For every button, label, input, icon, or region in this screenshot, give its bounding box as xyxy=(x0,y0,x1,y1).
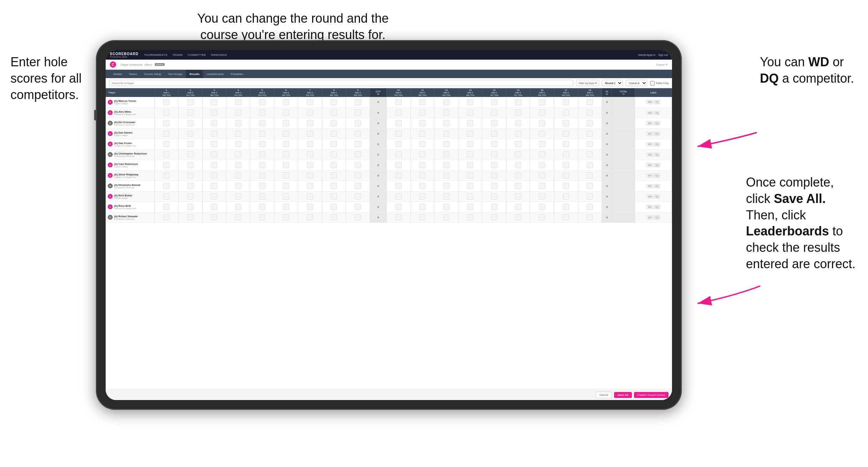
score-input-h11[interactable] xyxy=(419,130,425,137)
score-input-h2[interactable] xyxy=(187,99,194,105)
score-input-h9[interactable] xyxy=(355,193,361,199)
tab-tee-groups[interactable]: Tee Groups xyxy=(165,70,186,78)
score-input-h15[interactable] xyxy=(515,99,521,105)
score-input-h7[interactable] xyxy=(307,183,313,189)
score-input-h5[interactable] xyxy=(259,204,265,210)
score-input-h10[interactable] xyxy=(395,151,402,158)
score-input-h16[interactable] xyxy=(539,99,545,105)
score-input-h4[interactable] xyxy=(235,110,241,116)
score-input-h6[interactable] xyxy=(283,204,289,210)
score-input-h6[interactable] xyxy=(283,162,289,168)
score-input-h9[interactable] xyxy=(355,183,361,189)
score-input-h3[interactable] xyxy=(211,141,217,147)
score-input-h17[interactable] xyxy=(563,120,569,126)
score-input-h10[interactable] xyxy=(395,204,402,210)
score-input-h5[interactable] xyxy=(259,193,265,199)
nav-rankings[interactable]: RANKINGS xyxy=(211,53,227,57)
score-input-h10[interactable] xyxy=(395,172,402,179)
score-input-h2[interactable] xyxy=(187,162,194,168)
score-input-h18[interactable] xyxy=(587,183,593,189)
score-input-h9[interactable] xyxy=(355,214,361,220)
score-input-h3[interactable] xyxy=(211,110,217,116)
score-input-h17[interactable] xyxy=(563,141,569,147)
score-input-h5[interactable] xyxy=(259,172,265,179)
score-input-h17[interactable] xyxy=(563,99,569,105)
cancel-top-button[interactable]: Cancel ✕ xyxy=(656,63,668,66)
wd-button[interactable]: WD xyxy=(647,153,653,157)
score-input-h13[interactable] xyxy=(467,130,473,137)
dq-button[interactable]: DQ xyxy=(654,100,660,104)
score-input-h16[interactable] xyxy=(539,172,545,179)
score-input-h14[interactable] xyxy=(491,193,497,199)
score-input-h18[interactable] xyxy=(587,120,593,126)
score-input-h9[interactable] xyxy=(355,120,361,126)
score-input-h2[interactable] xyxy=(187,204,194,210)
score-input-h5[interactable] xyxy=(259,151,265,158)
nav-teams[interactable]: TEAMS xyxy=(172,53,183,57)
score-input-h3[interactable] xyxy=(211,204,217,210)
score-input-h14[interactable] xyxy=(491,162,497,168)
score-input-h1[interactable] xyxy=(163,120,169,126)
dq-button[interactable]: DQ xyxy=(654,205,660,209)
score-input-h14[interactable] xyxy=(491,172,497,179)
score-input-h11[interactable] xyxy=(419,99,425,105)
score-input-h16[interactable] xyxy=(539,110,545,116)
dq-button[interactable]: DQ xyxy=(654,142,660,146)
score-input-h6[interactable] xyxy=(283,110,289,116)
score-input-h13[interactable] xyxy=(467,110,473,116)
score-input-h12[interactable] xyxy=(443,214,450,220)
score-input-h10[interactable] xyxy=(395,110,402,116)
score-input-h6[interactable] xyxy=(283,214,289,220)
score-input-h11[interactable] xyxy=(419,141,425,147)
score-input-h14[interactable] xyxy=(491,214,497,220)
score-input-h15[interactable] xyxy=(515,162,521,168)
score-input-h14[interactable] xyxy=(491,183,497,189)
score-input-h13[interactable] xyxy=(467,141,473,147)
wd-button[interactable]: WD xyxy=(647,142,653,146)
score-input-h8[interactable] xyxy=(331,110,337,116)
score-input-h18[interactable] xyxy=(587,193,593,199)
score-input-h15[interactable] xyxy=(515,141,521,147)
score-input-h18[interactable] xyxy=(587,110,593,116)
score-input-h2[interactable] xyxy=(187,110,194,116)
score-input-h13[interactable] xyxy=(467,204,473,210)
score-input-h12[interactable] xyxy=(443,172,450,179)
score-input-h13[interactable] xyxy=(467,162,473,168)
score-input-h10[interactable] xyxy=(395,162,402,168)
tab-leaderboards[interactable]: Leaderboards xyxy=(203,70,227,78)
score-input-h11[interactable] xyxy=(419,183,425,189)
score-input-h13[interactable] xyxy=(467,193,473,199)
score-input-h8[interactable] xyxy=(331,162,337,168)
score-input-h5[interactable] xyxy=(259,183,265,189)
score-input-h11[interactable] xyxy=(419,214,425,220)
score-input-h1[interactable] xyxy=(163,193,169,199)
score-input-h10[interactable] xyxy=(395,130,402,137)
score-input-h12[interactable] xyxy=(443,120,450,126)
wd-button[interactable]: WD xyxy=(647,195,653,198)
score-input-h16[interactable] xyxy=(539,151,545,158)
score-input-h6[interactable] xyxy=(283,120,289,126)
score-input-h3[interactable] xyxy=(211,183,217,189)
score-input-h16[interactable] xyxy=(539,204,545,210)
score-input-h9[interactable] xyxy=(355,99,361,105)
score-input-h8[interactable] xyxy=(331,99,337,105)
score-input-h11[interactable] xyxy=(419,193,425,199)
score-input-h4[interactable] xyxy=(235,183,241,189)
score-input-h8[interactable] xyxy=(331,151,337,158)
score-input-h7[interactable] xyxy=(307,99,313,105)
score-input-h3[interactable] xyxy=(211,120,217,126)
score-input-h12[interactable] xyxy=(443,130,450,137)
score-input-h10[interactable] xyxy=(395,183,402,189)
score-input-h15[interactable] xyxy=(515,130,521,137)
score-input-h1[interactable] xyxy=(163,110,169,116)
score-input-h4[interactable] xyxy=(235,120,241,126)
score-input-h15[interactable] xyxy=(515,193,521,199)
score-input-h13[interactable] xyxy=(467,151,473,158)
score-input-h12[interactable] xyxy=(443,193,450,199)
score-input-h6[interactable] xyxy=(283,183,289,189)
score-input-h15[interactable] xyxy=(515,204,521,210)
score-input-h5[interactable] xyxy=(259,99,265,105)
score-input-h1[interactable] xyxy=(163,162,169,168)
score-input-h8[interactable] xyxy=(331,204,337,210)
totals-only-checkbox[interactable]: Totals Only xyxy=(650,81,669,85)
